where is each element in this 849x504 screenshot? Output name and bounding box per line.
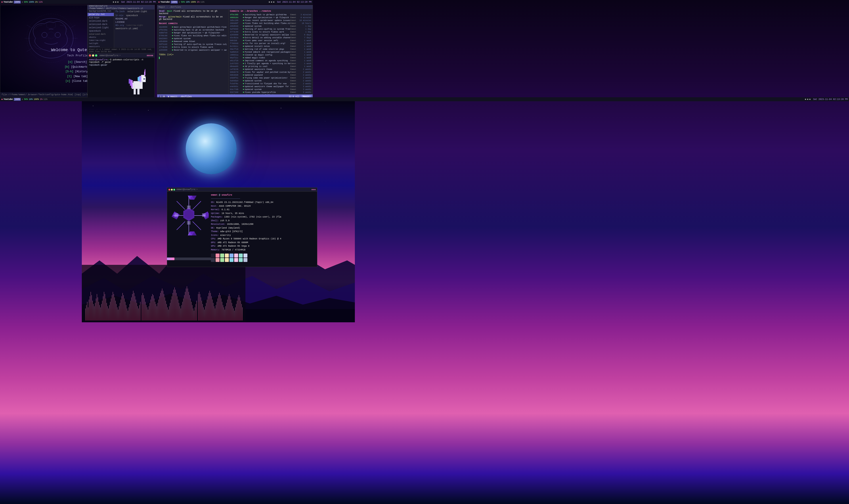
fm-file-yaml[interactable]: uwunicorn-yt.yaml <box>114 27 155 30</box>
git-log-22[interactable]: b8840d8 ● Updated pypland Emmet 2 weeks <box>230 74 311 76</box>
viz-bar-139 <box>207 300 207 321</box>
git-log-27[interactable]: b3c77d0 ● Updated system Emmet 3 weeks <box>230 88 311 91</box>
lower-tag-1[interactable]: 100% <box>14 98 21 101</box>
git-log-9[interactable]: d3c6b2a ● Extra detail on adding unstabl… <box>230 36 311 39</box>
git-commit-9[interactable]: a265800 ● Reverted to original uwunicorn… <box>159 49 227 52</box>
git-log-8[interactable]: a265800 ● Reverted to original uwunicorn… <box>230 33 311 36</box>
fm-sidebar-selenized-light[interactable]: selenized-light <box>88 26 114 30</box>
fm-sidebar-ubuntu[interactable]: ubuntu <box>88 36 114 39</box>
git-log-5[interactable]: 499d568 ● Updated system Emmet 1 day <box>230 25 311 28</box>
git-log-19[interactable]: d84eeb5 ● 3d printing is cool Emmet 1 we… <box>230 65 311 68</box>
lower-stat-4: 1% <box>40 98 42 101</box>
term-minimize-btn[interactable] <box>92 54 94 57</box>
git-log-3[interactable]: 3d5c198 ● Fixes recent qutebrowser updat… <box>230 19 311 22</box>
viz-bar-98 <box>171 300 171 321</box>
viz-bar-2 <box>86 305 87 321</box>
nf-kernel: Kernel: 6.1.61 <box>211 208 315 212</box>
svg-rect-25 <box>133 88 136 94</box>
viz-bar-96 <box>169 306 169 321</box>
viz-bar-7 <box>91 292 91 321</box>
git-log-17[interactable]: e011f28 ● Improved comment on agenda syn… <box>230 59 311 62</box>
viz-bar-167 <box>232 303 232 321</box>
term-close-btn[interactable] <box>89 54 91 57</box>
git-commit-2[interactable]: ef0c50a ● Switching back to gh as screen… <box>159 29 227 31</box>
nf-min-btn[interactable] <box>171 189 173 191</box>
git-commit-5[interactable]: b6d2003 ● Updated system <box>159 37 227 40</box>
git-log-26[interactable]: e4e503c ● Updated uwunicorn theme wallpa… <box>230 85 311 88</box>
viz-bar-124 <box>194 310 194 321</box>
viz-bar-40 <box>120 303 120 321</box>
topbar-tag-1[interactable]: 100% <box>14 1 21 3</box>
nf-max-btn[interactable] <box>173 189 175 191</box>
git-log-23[interactable]: e560f51 ● Trying some new power optimiza… <box>230 76 311 79</box>
topbar-stat-disk: 1% <box>35 1 38 3</box>
viz-bar-173 <box>237 301 237 321</box>
git-log-13[interactable]: 50e7f18 ● Getting rid of some electron p… <box>230 48 311 51</box>
fm-file-reorg[interactable]: RE=.org tomorrow-night <box>114 24 155 27</box>
svg-marker-14 <box>48 32 54 39</box>
viz-bar-128 <box>197 297 198 321</box>
git-log-16[interactable]: 96af21c ● Added magit-todos Emmet 1 week <box>230 56 311 59</box>
git-log-4[interactable]: 2066d8f ● Fixes flake not building when … <box>230 22 311 25</box>
fm-sidebar-spaceduck[interactable]: spaceduck <box>88 30 114 33</box>
git-log-6[interactable]: 5af93d2 ● Testing if auto-cpufreq is sys… <box>230 28 311 31</box>
fm-file-license[interactable]: LICENSE <box>114 21 155 24</box>
fm-sidebar-selected[interactable]: polarity.txt <box>88 13 114 16</box>
fm-extra-fslock[interactable]: fs-lock <box>115 11 125 13</box>
viz-bar-100 <box>173 293 173 321</box>
fm-body: background256.txt polarity.txt ald-hope … <box>88 10 155 53</box>
git-log-2[interactable]: 4060104 ● Ranger dnd optimization + qb f… <box>230 16 311 19</box>
filemanager-window: emmet@snowfire /home/emmet/.dotfiles/the… <box>87 5 155 54</box>
git-window: Magit - .dotfiles Head: main Fixed all s… <box>157 5 313 100</box>
fm-extra-lrnix[interactable]: lr-nix <box>115 14 123 17</box>
fm-sidebar-selenized2[interactable]: selenized-dark <box>88 23 114 26</box>
nf-shell: Shell: zsh 5.9 <box>211 219 315 223</box>
git-log-24[interactable]: 5a94da4 ● Updated system Emmet 2 weeks <box>230 79 311 82</box>
git-log-21[interactable]: b00d278 ● Fixes for waybar and patched c… <box>230 71 311 74</box>
viz-bar-60 <box>138 306 138 321</box>
svg-rect-26 <box>137 88 140 94</box>
git-log-18[interactable]: 1c67253 ● I finally got agenda + syncthi… <box>230 62 311 65</box>
git-log-25[interactable]: fc5d70c ● Transitioned to flatpak obs fo… <box>230 82 311 85</box>
memory-bar-bg <box>167 257 211 260</box>
term-maximize-btn[interactable] <box>95 54 97 57</box>
nf-color-icon: ▮▮▮▮ <box>311 188 316 191</box>
git-log-28[interactable]: 03271b8 ● Fixes youtube hyperprofile Emm… <box>230 91 311 94</box>
color-swatch-1 <box>211 254 215 257</box>
fm-sidebar-selenized1[interactable]: selenized-dark <box>88 19 114 23</box>
git-commit-8[interactable]: 277dc00 ● Extra lines to ensure flakes w… <box>159 46 227 49</box>
git-log-12[interactable]: 8c31b1c ● Updated install notes Emmet 1 … <box>230 45 311 48</box>
viz-bar-71 <box>147 307 147 321</box>
fm-file-readme[interactable]: README.md <box>114 17 155 21</box>
nf-close-btn[interactable] <box>168 189 170 191</box>
svg-line-7 <box>27 25 32 28</box>
viz-bar-158 <box>224 307 224 321</box>
topbar-right-tag[interactable]: 100% <box>171 1 178 3</box>
color-swatch-13 <box>230 258 234 262</box>
git-log-15[interactable]: c80031a ● Cleaned up magit config Emmet … <box>230 54 311 56</box>
git-log-20[interactable]: cefd238 ● Updated uwunicorn theme Emmet … <box>230 68 311 71</box>
color-swatch-4 <box>225 254 229 257</box>
git-log-11[interactable]: f706948 ● Fix for nix parser on install.… <box>230 42 311 45</box>
fm-sidebar-background256[interactable]: background256.txt <box>88 10 114 13</box>
git-commit-1[interactable]: dee0888 ● main gitea/main gitlab/main gi… <box>159 26 227 29</box>
git-log-1[interactable]: 4f9c38b ● Switching back to gh/main gith… <box>230 13 311 16</box>
git-commit-3[interactable]: 4d0bf49 ● Ranger dnd optimization + qb f… <box>159 31 227 34</box>
git-commit-6[interactable]: a95dd60 ● Removed some bloat <box>159 40 227 43</box>
viz-bar-31 <box>112 295 112 321</box>
fm-sidebar-solarized-dark[interactable]: solarized-dark <box>88 33 114 36</box>
git-commit-4[interactable]: 8706c88 ● Fixes flake not building when … <box>159 34 227 37</box>
viz-bar-111 <box>182 302 183 321</box>
viz-bar-49 <box>128 310 128 321</box>
git-log-7[interactable]: 3774c80 ● Extra lines to ensure flakes w… <box>230 31 311 33</box>
viz-bar-73 <box>149 306 149 321</box>
topbar-right-stat1: 50% <box>181 1 185 3</box>
topbar-right-stat2: 10% <box>186 1 190 3</box>
git-log-14[interactable]: 5a0b019 ● Pinned embark and reorganized … <box>230 51 311 54</box>
fm-sidebar-aldhope[interactable]: ald-hope <box>88 16 114 19</box>
viz-bar-1 <box>85 308 86 321</box>
git-log-10[interactable]: b001b8 ● Fixes qemu user session uefi Em… <box>230 39 311 42</box>
fm-sidebar-tomorrow[interactable]: tomorrow-night <box>88 39 114 42</box>
fm-sidebar-twilight[interactable]: twilight <box>88 42 114 45</box>
git-commit-7[interactable]: 59f51d2 ● Testing if auto-cpufreq is sys… <box>159 43 227 46</box>
